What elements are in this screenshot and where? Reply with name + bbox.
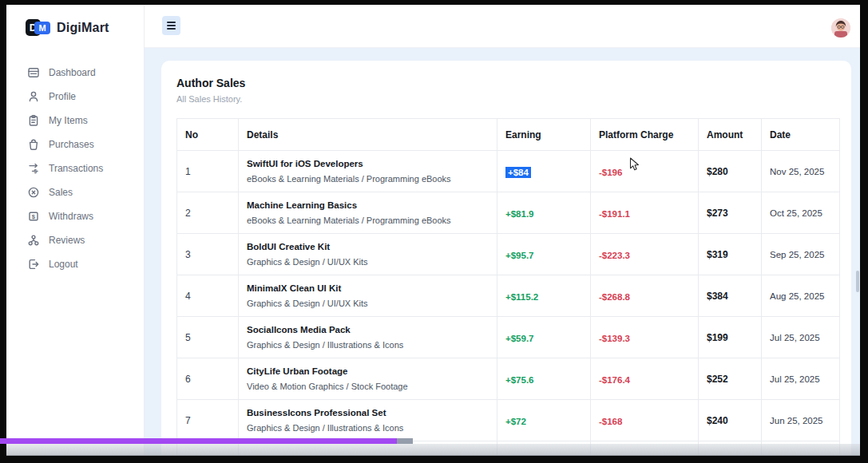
platform-charge-value: -$268.8 [599, 292, 630, 302]
item-category: Graphics & Design / UI/UX Kits [247, 299, 489, 308]
sidebar-item-label: Profile [49, 91, 76, 102]
transfer-arrows-icon: $ [27, 162, 40, 175]
video-progress-bar[interactable] [0, 438, 868, 444]
sidebar: D M DigiMart DashboardProfileMy ItemsPur… [6, 5, 145, 455]
sidebar-item-dashboard[interactable]: Dashboard [6, 61, 144, 85]
earning-value: +$115.2 [505, 292, 538, 302]
charge-cell: -$223.3 [591, 234, 699, 275]
row-number: 3 [177, 234, 239, 275]
column-header-platform-charge: Platform Charge [591, 119, 699, 151]
earning-cell: +$95.7 [497, 234, 591, 275]
sidebar-item-logout[interactable]: Logout [6, 252, 144, 276]
item-details: MinimalX Clean UI Kit Graphics & Design … [239, 275, 497, 317]
row-number: 6 [177, 358, 239, 400]
sidebar-item-label: Dashboard [49, 67, 96, 78]
sidebar-item-sales[interactable]: Sales [6, 180, 144, 204]
sidebar-item-reviews[interactable]: Reviews [6, 228, 144, 252]
item-category: Video & Motion Graphics / Stock Footage [247, 382, 489, 391]
amount-value: $384 [699, 275, 762, 317]
table-row: 6 CityLife Urban Footage Video & Motion … [177, 358, 840, 400]
avatar-illustration [831, 18, 850, 38]
charge-cell: -$196 [591, 151, 699, 192]
sidebar-nav: DashboardProfileMy ItemsPurchases$Transa… [6, 61, 144, 276]
charge-cell: -$139.3 [591, 317, 699, 358]
date-value: Sep 25, 2025 [762, 234, 840, 275]
page-subtitle: All Sales History. [176, 94, 836, 104]
sidebar-item-label: Withdraws [49, 211, 93, 222]
item-details: CityLife Urban Footage Video & Motion Gr… [239, 358, 497, 400]
item-title: SEO Master Advanced SEO Plugin [247, 454, 489, 455]
row-number: 1 [177, 151, 239, 192]
item-details: SocialIcons Media Pack Graphics & Design… [239, 317, 497, 358]
sidebar-item-profile[interactable]: Profile [6, 85, 144, 109]
item-category: Graphics & Design / UI/UX Kits [247, 257, 489, 267]
main-content: Author Sales All Sales History. No Detai… [145, 48, 860, 455]
earning-cell: +$75.6 [497, 358, 591, 400]
row-number: 5 [177, 317, 239, 358]
table-row: 2 Machine Learning Basics eBooks & Learn… [177, 192, 840, 234]
app-window: D M DigiMart DashboardProfileMy ItemsPur… [6, 5, 860, 455]
user-avatar[interactable] [831, 18, 850, 38]
column-header-details: Details [239, 119, 497, 151]
item-details: Machine Learning Basics eBooks & Learnin… [239, 192, 497, 234]
sidebar-item-label: Purchases [49, 139, 94, 150]
date-value: Oct 25, 2025 [762, 192, 840, 234]
sidebar-item-purchases[interactable]: Purchases [6, 133, 144, 156]
sidebar-item-label: Reviews [49, 235, 85, 246]
date-value: Nov 25, 2025 [762, 151, 840, 192]
logout-icon [27, 258, 40, 271]
earning-cell: +$115.2 [497, 275, 591, 317]
page-title: Author Sales [176, 77, 836, 89]
platform-charge-value: -$196 [599, 168, 622, 177]
brand-name: DigiMart [57, 21, 109, 35]
amount-value: $280 [699, 151, 762, 192]
platform-charge-value: -$139.3 [599, 334, 630, 343]
network-icon [27, 234, 40, 247]
svg-text:$: $ [34, 168, 38, 175]
item-title: SocialIcons Media Pack [247, 325, 489, 334]
sidebar-item-withdraws[interactable]: $Withdraws [6, 204, 144, 228]
brand-logo[interactable]: D M DigiMart [6, 5, 144, 37]
sidebar-item-my-items[interactable]: My Items [6, 109, 144, 133]
item-title: SwiftUI for iOS Developers [247, 159, 489, 168]
sidebar-item-label: Sales [49, 187, 73, 198]
author-sales-card: Author Sales All Sales History. No Detai… [161, 61, 851, 455]
item-title: CityLife Urban Footage [247, 366, 489, 376]
topbar [145, 5, 860, 48]
dashboard-icon [27, 66, 40, 79]
earning-cell: +$72 [497, 400, 591, 441]
earning-value: +$81.9 [505, 209, 534, 219]
table-row: 3 BoldUI Creative Kit Graphics & Design … [177, 234, 840, 275]
shopping-bag-icon [27, 138, 40, 151]
amount-value: $273 [699, 192, 762, 234]
item-details: BoldUI Creative Kit Graphics & Design / … [239, 234, 497, 275]
item-category: eBooks & Learning Materials / Programmin… [247, 216, 489, 225]
item-title: Machine Learning Basics [247, 200, 489, 210]
item-title: MinimalX Clean UI Kit [247, 283, 489, 293]
date-value: Aug 25, 2025 [762, 275, 840, 317]
column-header-date: Date [762, 119, 840, 151]
profile-icon [27, 90, 40, 103]
table-row: 5 SocialIcons Media Pack Graphics & Desi… [177, 317, 840, 358]
row-number: 7 [177, 400, 239, 441]
hamburger-menu-button[interactable] [162, 16, 180, 35]
platform-charge-value: -$191.1 [599, 209, 630, 219]
column-header-amount: Amount [699, 119, 762, 151]
table-row: 4 MinimalX Clean UI Kit Graphics & Desig… [177, 275, 840, 317]
video-progress-buffer [397, 438, 414, 444]
platform-charge-value: -$176.4 [599, 375, 630, 385]
banknote-icon: $ [27, 210, 40, 223]
video-progress-fill [0, 438, 397, 444]
earning-value: +$75.6 [505, 375, 534, 385]
vertical-scrollbar-thumb[interactable] [856, 271, 859, 292]
amount-value: $252 [699, 358, 762, 400]
earning-value: +$84 [505, 167, 531, 178]
earning-cell: +$84 [497, 151, 591, 192]
circle-x-icon [27, 186, 40, 199]
earning-cell: +$81.9 [497, 192, 591, 234]
charge-cell: -$176.4 [591, 358, 699, 400]
row-number: 2 [177, 192, 239, 234]
item-details: SwiftUI for iOS Developers eBooks & Lear… [239, 151, 497, 192]
sidebar-item-transactions[interactable]: $Transactions [6, 156, 144, 180]
item-title: BusinessIcons Professional Set [247, 408, 489, 417]
